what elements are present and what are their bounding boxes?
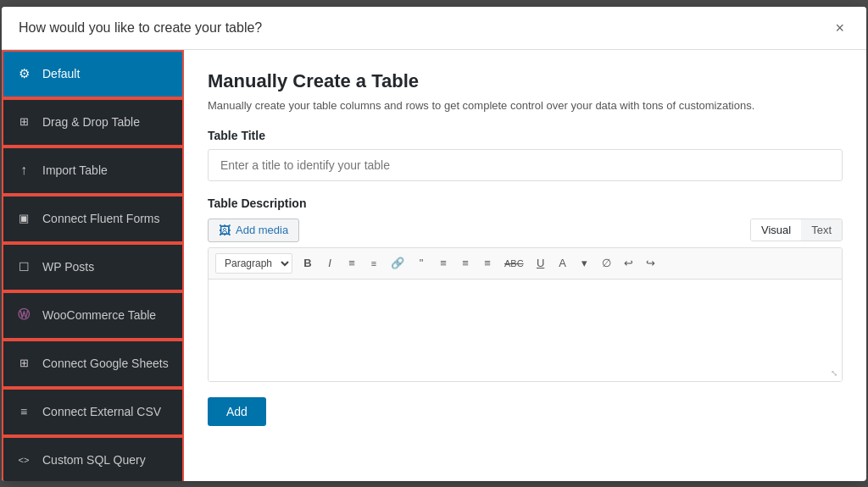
text-color-button[interactable]: A xyxy=(553,254,573,272)
sidebar-item-google-sheets[interactable]: ⊞ Connect Google Sheets xyxy=(2,340,184,388)
sidebar-item-label: Import Table xyxy=(42,163,108,177)
sidebar-item-wp-posts[interactable]: ☐ WP Posts xyxy=(2,243,184,291)
unordered-list-button[interactable]: ≡ xyxy=(342,254,362,272)
sidebar-item-woocommerce[interactable]: Ⓦ WooCommerce Table xyxy=(2,291,184,340)
add-media-label: Add media xyxy=(236,224,288,236)
sidebar-item-label: Connect Fluent Forms xyxy=(42,212,160,225)
modal-overlay: How would you like to create your table?… xyxy=(0,0,868,487)
color-dropdown-button[interactable]: ▾ xyxy=(575,254,595,272)
table-title-label: Table Title xyxy=(208,129,843,142)
visual-text-tabs: Visual Text xyxy=(750,219,843,241)
modal-title: How would you like to create your table? xyxy=(19,20,262,36)
tab-text[interactable]: Text xyxy=(801,219,842,241)
table-description-label: Table Description xyxy=(208,196,843,210)
sidebar-item-label: WooCommerce Table xyxy=(42,308,156,322)
media-icon: 🖼 xyxy=(219,224,231,237)
undo-button[interactable]: ↩ xyxy=(619,254,639,272)
csv-icon: ≡ xyxy=(15,403,32,420)
sidebar-item-external-csv[interactable]: ≡ Connect External CSV xyxy=(2,388,184,436)
align-center-button[interactable]: ≡ xyxy=(455,254,476,272)
resize-handle[interactable]: ⤡ xyxy=(828,368,840,379)
editor-format-bar: Paragraph Heading 1 Heading 2 Heading 3 … xyxy=(209,248,842,279)
editor-toolbar-top: 🖼 Add media Visual Text xyxy=(208,219,843,242)
post-icon: ☐ xyxy=(15,258,32,275)
editor-wrapper: Paragraph Heading 1 Heading 2 Heading 3 … xyxy=(208,247,843,382)
modal-close-button[interactable]: × xyxy=(830,19,849,37)
sidebar-item-default[interactable]: Default xyxy=(2,50,184,98)
sidebar-item-import-table[interactable]: ↑ Import Table xyxy=(2,147,184,195)
editor-body[interactable]: ⤡ xyxy=(209,279,842,381)
italic-button[interactable]: I xyxy=(320,254,340,272)
redo-button[interactable]: ↪ xyxy=(641,254,661,272)
strikethrough-button[interactable]: ABC xyxy=(499,256,529,271)
sidebar-item-drag-drop[interactable]: ⊞ Drag & Drop Table xyxy=(2,98,184,147)
gear-icon xyxy=(15,65,32,82)
sidebar-item-label: Custom SQL Query xyxy=(42,453,146,467)
align-left-button[interactable]: ≡ xyxy=(433,254,453,272)
woo-icon: Ⓦ xyxy=(15,307,32,324)
sidebar-item-label: WP Posts xyxy=(42,260,94,274)
sheet-icon: ⊞ xyxy=(15,355,32,372)
link-button[interactable]: 🔗 xyxy=(386,254,409,272)
tab-visual[interactable]: Visual xyxy=(751,219,801,241)
drag-drop-icon: ⊞ xyxy=(15,113,32,130)
main-content: Manually Create a Table Manually create … xyxy=(184,50,866,481)
modal-header: How would you like to create your table?… xyxy=(2,7,866,50)
form-icon: ▣ xyxy=(15,210,32,227)
sidebar-item-label: Default xyxy=(42,67,80,80)
sql-icon: <> xyxy=(15,451,32,468)
sidebar-item-connect-fluent-forms[interactable]: ▣ Connect Fluent Forms xyxy=(2,195,184,243)
main-description: Manually create your table columns and r… xyxy=(208,99,843,112)
align-right-button[interactable]: ≡ xyxy=(477,254,498,272)
main-title: Manually Create a Table xyxy=(208,70,843,92)
sidebar-item-label: Connect External CSV xyxy=(42,405,161,418)
modal-body: Default ⊞ Drag & Drop Table ↑ Import Tab… xyxy=(2,50,866,481)
sidebar-item-label: Connect Google Sheets xyxy=(42,357,169,370)
sidebar: Default ⊞ Drag & Drop Table ↑ Import Tab… xyxy=(2,50,184,481)
upload-icon: ↑ xyxy=(15,162,32,179)
sidebar-item-label: Drag & Drop Table xyxy=(42,115,140,129)
add-media-button[interactable]: 🖼 Add media xyxy=(208,219,299,242)
paragraph-select[interactable]: Paragraph Heading 1 Heading 2 Heading 3 xyxy=(215,253,292,274)
sidebar-item-custom-sql[interactable]: <> Custom SQL Query xyxy=(2,436,184,481)
modal: How would you like to create your table?… xyxy=(2,7,866,481)
remove-format-button[interactable]: ∅ xyxy=(597,254,617,272)
bold-button[interactable]: B xyxy=(298,254,318,272)
blockquote-button[interactable]: " xyxy=(411,254,431,272)
table-title-input[interactable] xyxy=(208,149,843,181)
add-button[interactable]: Add xyxy=(208,397,266,426)
underline-button[interactable]: U xyxy=(531,254,551,272)
ordered-list-button[interactable]: ≡ xyxy=(364,256,384,271)
